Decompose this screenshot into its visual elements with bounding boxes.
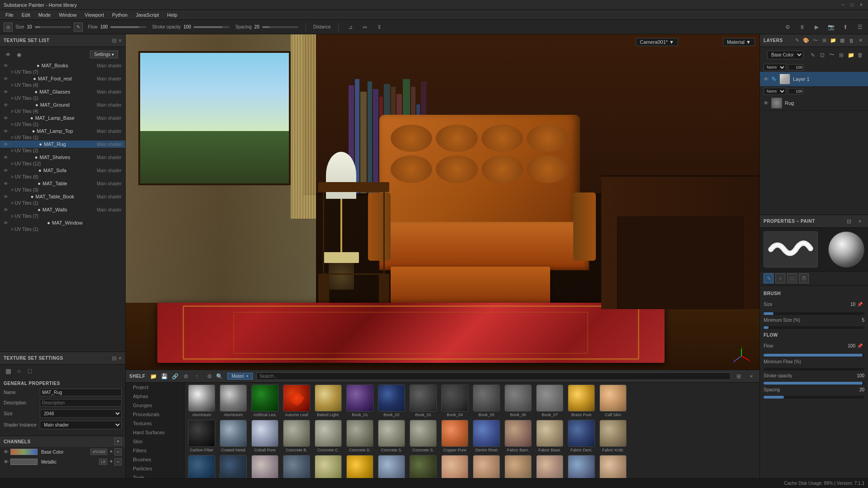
symmetry-icon[interactable]: ⊿ bbox=[346, 23, 355, 32]
nav-filters[interactable]: Filters bbox=[126, 446, 184, 455]
layers-fill-icon[interactable]: ▩ bbox=[838, 37, 846, 45]
minimize-button[interactable]: − bbox=[840, 2, 846, 8]
mat-item-carbon[interactable]: Carbon Fiber bbox=[186, 420, 217, 452]
channel-settings-icon[interactable]: ✎ bbox=[809, 51, 816, 60]
menu-javascript[interactable]: JavaScript bbox=[132, 11, 162, 19]
texture-item-sofa[interactable]: 👁 ● MAT_Sofa Main shader bbox=[0, 167, 125, 174]
import-icon[interactable]: ↑ bbox=[192, 372, 201, 381]
mat-item-baked-light[interactable]: Baked Light. bbox=[313, 385, 344, 417]
menu-edit[interactable]: Edit bbox=[18, 11, 34, 19]
brush-min-size-slider[interactable] bbox=[764, 326, 864, 329]
filter-icon[interactable]: ⚙ bbox=[205, 372, 214, 381]
texture-item-rug[interactable]: 👁 ● MAT_Rug Main shader bbox=[0, 141, 125, 148]
remove-metallic-button[interactable]: − bbox=[114, 458, 122, 465]
mat-item-fabric-base[interactable]: Fabric Base. bbox=[534, 420, 565, 452]
mat-item-ground-gra[interactable]: Ground Gra. bbox=[408, 455, 439, 478]
stroke-opacity-slider[interactable] bbox=[193, 26, 230, 28]
close-tab-icon[interactable]: × bbox=[246, 374, 249, 379]
mat-item-fabric-rough[interactable]: Fabric Rough bbox=[186, 455, 217, 478]
layer1-blend-select[interactable]: Norm bbox=[764, 64, 786, 71]
nav-brushes[interactable]: Brushes bbox=[126, 455, 184, 464]
save-shelf-icon[interactable]: 💾 bbox=[160, 372, 169, 381]
grid-view-icon[interactable]: ⊞ bbox=[734, 372, 743, 381]
nav-project[interactable]: Project bbox=[126, 383, 184, 392]
channel-up-icon2[interactable]: ▲ bbox=[109, 458, 113, 465]
channel-mask-icon[interactable]: ⊡ bbox=[818, 51, 826, 60]
layer-item-layer1[interactable]: 👁 ✎ Layer 1 bbox=[760, 72, 868, 87]
minimize-panel-icon[interactable]: ⊟ bbox=[112, 38, 117, 44]
mat-item-book05[interactable]: Book_05 bbox=[471, 385, 502, 417]
layers-delete-icon[interactable]: 🗑 bbox=[847, 37, 855, 45]
brush-flow-pin-icon[interactable]: 📌 bbox=[855, 341, 864, 350]
menu-help[interactable]: Help bbox=[164, 11, 181, 19]
mat-item-fabric-deni[interactable]: Fabric Deni. bbox=[566, 420, 597, 452]
layers-color-icon[interactable]: 🎨 bbox=[802, 37, 810, 45]
mat-item-cobalt[interactable]: Cobalt Pure bbox=[250, 420, 280, 452]
render-icon[interactable]: ▶ bbox=[812, 23, 821, 32]
nav-textures[interactable]: Textures bbox=[126, 419, 184, 428]
rug-visibility-icon[interactable]: 👁 bbox=[764, 100, 769, 106]
mat-item-fabric-soft[interactable]: Fabric Soft bbox=[250, 455, 280, 478]
mat-item-human-bell[interactable]: Human Bell. bbox=[471, 455, 502, 478]
brush-min-flow-slider[interactable] bbox=[764, 368, 864, 371]
solo-icon[interactable]: ◉ bbox=[14, 50, 24, 59]
rug-opacity-input[interactable] bbox=[788, 88, 804, 94]
properties-expand-icon[interactable]: ⊟ bbox=[844, 217, 854, 226]
sphere-icon[interactable]: ○ bbox=[14, 366, 24, 375]
mat-item-human-eye[interactable]: Human Eye bbox=[566, 455, 597, 478]
mat-item-book02[interactable]: Book_02 bbox=[376, 385, 407, 417]
mat-item-human-bu[interactable]: Human Bu. bbox=[503, 455, 533, 478]
channel-eye-icon[interactable]: 👁 bbox=[4, 459, 9, 465]
channel-tab-circle[interactable]: ○ bbox=[775, 273, 785, 283]
channel-selector[interactable]: Base Color bbox=[767, 51, 803, 59]
mat-item-book07[interactable]: Book_07 bbox=[534, 385, 565, 417]
config-icon[interactable]: ☰ bbox=[855, 23, 864, 32]
mat-item-gouache[interactable]: Gouache P. bbox=[376, 455, 407, 478]
paint-mode-button[interactable]: ✎ bbox=[74, 23, 83, 32]
sub-item-lamp-base[interactable]: > UV Tiles (1) bbox=[0, 122, 125, 127]
settings2-icon[interactable]: ⚙ bbox=[181, 372, 190, 381]
mesh-icon[interactable]: ▦ bbox=[4, 366, 13, 375]
layer1-opacity-input[interactable] bbox=[788, 64, 804, 70]
channel-eye-icon[interactable]: 👁 bbox=[4, 449, 9, 455]
layers-pin-icon[interactable]: ✕ bbox=[856, 37, 864, 45]
mat-item-aluminium-polished[interactable]: Aluminium bbox=[186, 385, 217, 417]
mat-item-fabric-knit[interactable]: Fabric Knitt. bbox=[598, 420, 628, 452]
visibility-icon[interactable]: 👁 bbox=[4, 103, 8, 108]
brush-flow-slider[interactable] bbox=[764, 354, 864, 357]
settings-icon[interactable]: ⚙ bbox=[783, 23, 792, 32]
mat-item-fabric-rou2[interactable]: Fabric Rou. bbox=[218, 455, 249, 478]
mat-item-fabric-suit[interactable]: Fabric Suit bbox=[281, 455, 312, 478]
mat-item-footprints[interactable]: Footprints bbox=[313, 455, 344, 478]
channel-copy-icon[interactable]: ⊞ bbox=[838, 51, 845, 60]
texture-item-ground[interactable]: 👁 ● MAT_Ground Main shader bbox=[0, 101, 125, 108]
mat-item-concrete-d[interactable]: Concrete D. bbox=[344, 420, 375, 452]
nav-procedurals[interactable]: Procedurals bbox=[126, 410, 184, 419]
spacing-slider[interactable] bbox=[262, 26, 298, 28]
nav-hard-surfaces[interactable]: Hard Surfaces bbox=[126, 428, 184, 437]
size-select[interactable]: 2048 1024 4096 bbox=[40, 409, 122, 418]
channel-up-icon[interactable]: ▲ bbox=[109, 448, 113, 455]
mat-item-artificial-leaf[interactable]: Artificial Lea. bbox=[250, 385, 280, 417]
texture-item-glasses[interactable]: 👁 ● MAT_Glasses Main shader bbox=[0, 88, 125, 95]
menu-mode[interactable]: Mode bbox=[35, 11, 55, 19]
close-settings-icon[interactable]: × bbox=[118, 355, 122, 361]
remove-channel-button[interactable]: − bbox=[114, 448, 122, 455]
flow-slider[interactable] bbox=[110, 26, 146, 28]
viewport[interactable]: Camera001* ▼ Material ▼ X Y Z bbox=[126, 34, 760, 370]
sub-item-table-book[interactable]: > UV Tiles (1) bbox=[0, 200, 125, 206]
mat-item-coated[interactable]: Coated Metal bbox=[218, 420, 249, 452]
sub-item-table[interactable]: > UV Tiles (3) bbox=[0, 187, 125, 193]
sub-item-ground[interactable]: > UV Tiles (4) bbox=[0, 108, 125, 114]
channel-tab-brush[interactable]: ✎ bbox=[764, 273, 774, 283]
description-input[interactable] bbox=[40, 399, 122, 407]
flip-vertical-icon[interactable]: ⇕ bbox=[375, 23, 384, 32]
texture-item-window[interactable]: 👁 ● MAT_Window bbox=[0, 219, 125, 226]
settings-dropdown-button[interactable]: Settings ▾ bbox=[90, 51, 118, 58]
visibility-icon[interactable]: 👁 bbox=[4, 63, 8, 68]
visibility-icon[interactable]: 👁 bbox=[4, 129, 8, 134]
brush-stroke-opacity-slider[interactable] bbox=[764, 382, 864, 385]
channel-tab-clock[interactable]: ⏱ bbox=[799, 273, 809, 283]
mat-item-human-bac[interactable]: Human Bac. bbox=[439, 455, 470, 478]
texture-item-shelves[interactable]: 👁 ● MAT_Shelves Main shader bbox=[0, 154, 125, 161]
